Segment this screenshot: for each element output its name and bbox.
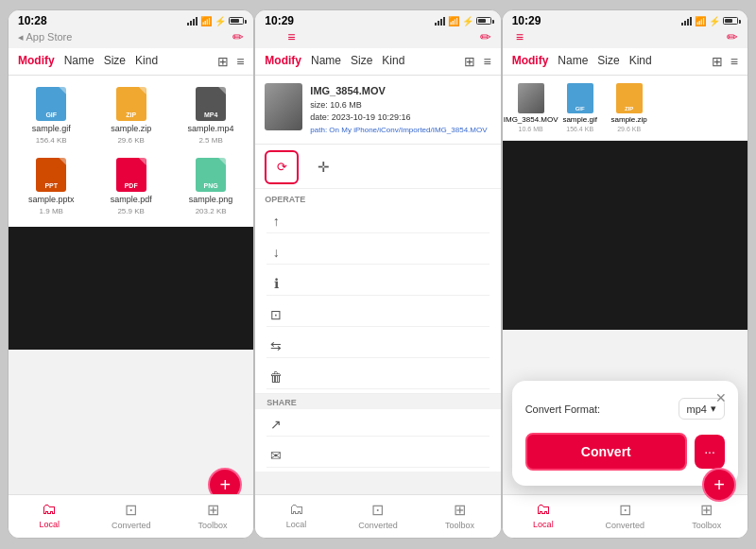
op-info-row[interactable]: ℹ	[266, 272, 489, 296]
file-png[interactable]: PNG sample.png 203.2 KB	[172, 152, 249, 221]
close-button[interactable]: ✕	[715, 390, 727, 405]
back-bar-1[interactable]: ◂ App Store ✏	[9, 29, 253, 48]
file-size-png: 203.2 KB	[196, 207, 227, 215]
tab-modify-3[interactable]: Modify	[512, 54, 549, 69]
file-pptx[interactable]: PPT sample.pptx 1.9 MB	[12, 152, 90, 221]
toolbar-icons-2: ⊞ ≡	[464, 54, 490, 69]
tab-name-1[interactable]: Name	[64, 54, 94, 69]
detail-date: date: 2023-10-19 10:29:16	[310, 112, 487, 125]
file-name-mp4: sample.mp4	[188, 124, 234, 133]
share-ops: ↗ ✉	[255, 409, 500, 472]
nav-toolbox-label-1: Toolbox	[198, 521, 228, 530]
edit-icon-1[interactable]: ✏	[232, 29, 244, 44]
format-label: Convert Format:	[525, 403, 671, 415]
status-bar-2: 10:29 📶 ⚡	[255, 10, 500, 29]
nav-toolbox-label-3: Toolbox	[692, 521, 721, 530]
convert-actions: Convert ···	[525, 433, 725, 471]
time-1: 10:28	[18, 14, 47, 27]
toolbox-icon-1: ⊞	[207, 501, 219, 519]
nav-converted-1[interactable]: ⊡ Converted	[90, 501, 171, 530]
file-sm-zip-size: 29.6 KB	[617, 126, 641, 132]
nav-local-label-3: Local	[533, 520, 554, 529]
op-airdrop-row[interactable]: ↓	[266, 241, 489, 265]
tab-modify-1[interactable]: Modify	[18, 54, 55, 69]
file-size-pdf: 25.9 KB	[117, 207, 144, 215]
wifi-icon-3: 📶	[695, 16, 706, 26]
hamburger-icon-2[interactable]: ≡	[287, 29, 295, 44]
file-pdf[interactable]: PDF sample.pdf 25.9 KB	[92, 152, 169, 221]
copy-icon: ⊡	[266, 307, 285, 322]
share-icon-2: ✉	[266, 448, 285, 463]
nav-toolbox-2[interactable]: ⊞ Toolbox	[419, 501, 500, 530]
op-delete-row[interactable]: 🗑	[266, 366, 489, 389]
file-sm-gif[interactable]: GIF sample.gif 156.4 KB	[556, 79, 605, 136]
zip-icon: ZIP	[116, 87, 146, 121]
nav-local-2[interactable]: 🗂 Local	[255, 501, 336, 530]
tab-modify-2[interactable]: Modify	[265, 54, 301, 69]
operate-label: OPERATE	[255, 189, 500, 206]
menu-icon-3[interactable]: ≡	[730, 54, 738, 69]
detail-size: size: 10.6 MB	[310, 99, 487, 112]
op-share-row[interactable]: ↑	[266, 210, 489, 233]
add-button-3[interactable]: +	[702, 468, 736, 502]
more-button[interactable]: ···	[695, 435, 725, 469]
detail-path: path: On My iPhone/iConv/Imported/IMG_38…	[310, 125, 487, 136]
tab-kind-1[interactable]: Kind	[135, 54, 158, 69]
move-op-icon[interactable]: ✛	[306, 150, 340, 184]
wifi-icon-2: 📶	[448, 16, 459, 26]
tab-name-3[interactable]: Name	[558, 54, 588, 69]
menu-icon-1[interactable]: ≡	[236, 54, 244, 69]
tab-size-2[interactable]: Size	[351, 54, 372, 69]
edit-icon-2[interactable]: ✏	[480, 29, 491, 44]
status-bar-1: 10:28 📶 ⚡	[9, 10, 253, 29]
signal-icon-3	[681, 17, 692, 26]
hamburger-icon-3[interactable]: ≡	[516, 29, 524, 44]
grid-icon-2[interactable]: ⊞	[464, 54, 475, 69]
battery-bar-2	[476, 17, 491, 25]
menu-icon-2[interactable]: ≡	[483, 54, 490, 69]
tab-size-3[interactable]: Size	[597, 54, 619, 69]
screen-2: 10:29 📶 ⚡ ≡ ✏ Modify Name Size Kind	[254, 9, 501, 539]
nav-converted-label-2: Converted	[358, 521, 398, 530]
file-mp4[interactable]: MP4 sample.mp4 2.5 MB	[172, 81, 249, 150]
nav-converted-label-1: Converted	[112, 521, 151, 530]
share-row-2[interactable]: ✉	[266, 444, 489, 468]
grid-icon-1[interactable]: ⊞	[217, 54, 229, 69]
file-sm-zip[interactable]: ZIP sample.zip 29.6 KB	[605, 79, 654, 136]
edit-icon-3[interactable]: ✏	[727, 29, 738, 44]
file-size-zip: 29.6 KB	[117, 136, 144, 145]
time-2: 10:29	[265, 14, 294, 27]
status-icons-1: 📶 ⚡	[187, 16, 244, 26]
toolbar-1: Modify Name Size Kind ⊞ ≡	[9, 48, 253, 76]
op-move-row[interactable]: ⇆	[266, 335, 489, 358]
move-icon: ⇆	[266, 338, 285, 353]
file-zip[interactable]: ZIP sample.zip 29.6 KB	[92, 81, 169, 150]
tab-name-2[interactable]: Name	[311, 54, 341, 69]
tab-kind-2[interactable]: Kind	[382, 54, 404, 69]
nav-local-label-1: Local	[39, 520, 60, 529]
op-copy-row[interactable]: ⊡	[266, 303, 489, 327]
converted-icon-3: ⊡	[619, 501, 631, 519]
tab-kind-3[interactable]: Kind	[629, 54, 652, 69]
back-label-1[interactable]: ◂ App Store	[18, 31, 72, 43]
share-row-1[interactable]: ↗	[266, 413, 489, 437]
nav-converted-3[interactable]: ⊡ Converted	[584, 501, 665, 530]
nav-local-3[interactable]: 🗂 Local	[503, 501, 584, 530]
convert-button[interactable]: Convert	[525, 433, 687, 471]
nav-toolbox-3[interactable]: ⊞ Toolbox	[666, 501, 747, 530]
nav-local-1[interactable]: 🗂 Local	[9, 501, 90, 530]
share-label: SHARE	[255, 394, 500, 409]
convert-op-icon[interactable]: ⟳	[265, 150, 299, 184]
tab-size-1[interactable]: Size	[104, 54, 126, 69]
toolbar-tabs-3: Modify Name Size Kind	[512, 54, 704, 69]
nav-converted-2[interactable]: ⊡ Converted	[337, 501, 419, 530]
file-gif[interactable]: GIF sample.gif 156.4 KB	[12, 81, 90, 150]
convert-format-row: Convert Format: mp4 ▾	[525, 398, 725, 420]
nav-toolbox-1[interactable]: ⊞ Toolbox	[172, 501, 253, 530]
charge-icon-2: ⚡	[462, 16, 473, 26]
grid-icon-3[interactable]: ⊞	[712, 54, 723, 69]
screen-3: 10:29 📶 ⚡ ≡ ✏ Modify Name Size Kind ⊞	[502, 9, 748, 539]
file-size-gif: 156.4 KB	[36, 136, 67, 145]
file-name-pptx: sample.pptx	[28, 195, 75, 204]
file-sm-mov[interactable]: IMG_3854.MOV 10.6 MB	[507, 79, 556, 136]
